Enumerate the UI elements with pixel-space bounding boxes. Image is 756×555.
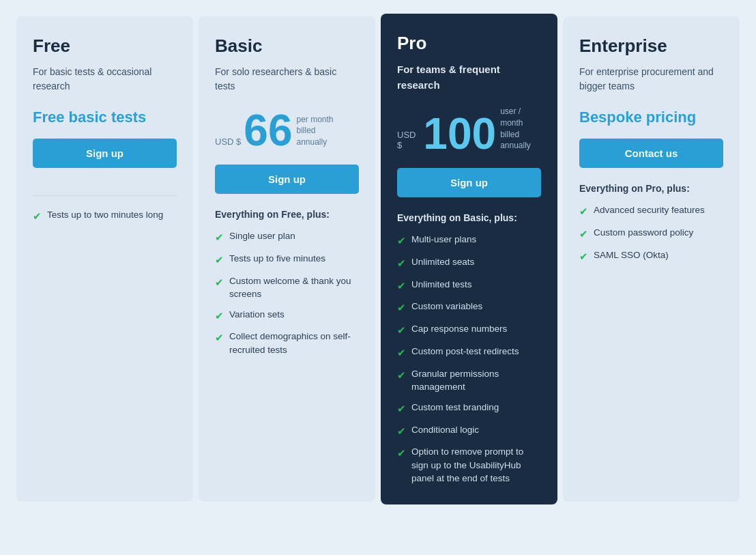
price-period-basic: per monthbilledannually — [296, 114, 333, 152]
price-area-basic: USD $ 66 per monthbilledannually — [215, 109, 359, 152]
check-icon: ✔ — [579, 227, 588, 242]
check-icon: ✔ — [397, 345, 406, 360]
check-icon: ✔ — [397, 256, 406, 271]
pricing-container: Free For basic tests & occasional resear… — [14, 14, 742, 504]
plan-title-pro: Pro — [397, 33, 541, 54]
list-item: ✔ Custom post-test redirects — [397, 345, 541, 360]
feature-list-basic: ✔ Single user plan ✔ Tests up to five mi… — [215, 229, 359, 357]
feature-text: Advanced security features — [594, 203, 705, 217]
list-item: ✔ Custom test branding — [397, 401, 541, 416]
feature-text: Collect demographics on self-recruited t… — [229, 330, 359, 356]
list-item: ✔ Multi-user plans — [397, 233, 541, 248]
check-icon: ✔ — [215, 230, 224, 245]
feature-text: Option to remove prompt to sign up to th… — [411, 445, 541, 485]
feature-text: Custom post-test redirects — [411, 345, 519, 358]
list-item: ✔ Unlimited tests — [397, 278, 541, 294]
feature-text: Unlimited seats — [411, 255, 474, 269]
feature-text: Unlimited tests — [411, 278, 472, 291]
plan-card-free: Free For basic tests & occasional resear… — [16, 16, 193, 502]
feature-text: SAML SSO (Okta) — [594, 248, 669, 262]
check-icon: ✔ — [397, 368, 406, 383]
check-icon: ✔ — [33, 209, 42, 224]
plan-subtitle-basic: For solo researchers & basic tests — [215, 65, 359, 98]
plan-title-basic: Basic — [215, 35, 359, 57]
list-item: ✔ Custom welcome & thank you screens — [215, 274, 359, 301]
divider-free — [33, 195, 177, 196]
list-item: ✔ Tests up to five minutes — [215, 252, 359, 268]
list-item: ✔ Tests up to two minutes long — [33, 208, 177, 224]
price-prefix-pro: USD $ — [397, 130, 420, 156]
list-item: ✔ Granular permissions management — [397, 367, 541, 394]
check-icon: ✔ — [397, 401, 406, 416]
list-item: ✔ Option to remove prompt to sign up to … — [397, 445, 541, 485]
check-icon: ✔ — [397, 446, 406, 461]
check-icon: ✔ — [579, 249, 588, 264]
feature-list-enterprise: ✔ Advanced security features ✔ Custom pa… — [579, 203, 723, 264]
plan-subtitle-enterprise: For enterprise procurement and bigger te… — [579, 65, 723, 98]
check-icon: ✔ — [579, 204, 588, 219]
feature-text: Custom test branding — [411, 401, 499, 414]
price-amount-pro: 100 — [423, 112, 496, 156]
plan-subtitle-pro: For teams & frequent research — [397, 62, 541, 95]
feature-text: Custom welcome & thank you screens — [229, 274, 359, 301]
check-icon: ✔ — [215, 253, 224, 268]
check-icon: ✔ — [397, 233, 406, 248]
plan-title-enterprise: Enterprise — [579, 35, 723, 57]
feature-text: Conditional logic — [411, 423, 479, 437]
feature-text: Custom variables — [411, 300, 482, 313]
feature-text: Tests up to two minutes long — [47, 208, 163, 222]
feature-list-free: ✔ Tests up to two minutes long — [33, 208, 177, 224]
price-amount-basic: 66 — [244, 109, 292, 152]
price-prefix-basic: USD $ — [215, 137, 241, 152]
list-item: ✔ Unlimited seats — [397, 255, 541, 271]
check-icon: ✔ — [397, 279, 406, 294]
list-item: ✔ Collect demographics on self-recruited… — [215, 330, 359, 356]
feature-list-pro: ✔ Multi-user plans ✔ Unlimited seats ✔ U… — [397, 233, 541, 485]
feature-text: Cap response numbers — [411, 322, 507, 336]
feature-text: Tests up to five minutes — [229, 252, 325, 266]
feature-text: Variation sets — [229, 308, 285, 322]
list-item: ✔ Custom variables — [397, 300, 541, 315]
check-icon: ✔ — [397, 300, 406, 315]
check-icon: ✔ — [215, 330, 224, 345]
list-item: ✔ Variation sets — [215, 308, 359, 324]
features-heading-basic: Everything on Free, plus: — [215, 209, 359, 220]
check-icon: ✔ — [215, 309, 224, 324]
check-icon: ✔ — [397, 424, 406, 439]
list-item: ✔ Single user plan — [215, 229, 359, 245]
feature-text: Granular permissions management — [411, 367, 541, 394]
signup-button-basic[interactable]: Sign up — [215, 165, 359, 194]
list-item: ✔ Cap response numbers — [397, 322, 541, 338]
signup-button-pro[interactable]: Sign up — [397, 168, 541, 197]
plan-card-basic: Basic For solo researchers & basic tests… — [199, 16, 375, 502]
plan-subtitle-free: For basic tests & occasional research — [33, 65, 177, 98]
feature-text: Multi-user plans — [411, 233, 476, 246]
price-area-pro: USD $ 100 user / monthbilledannually — [397, 106, 541, 156]
list-item: ✔ Conditional logic — [397, 423, 541, 439]
features-heading-pro: Everything on Basic, plus: — [397, 212, 541, 223]
feature-text: Custom password policy — [594, 226, 693, 240]
list-item: ✔ Custom password policy — [579, 226, 723, 242]
signup-button-free[interactable]: Sign up — [33, 139, 177, 168]
price-free: Free basic tests — [33, 109, 177, 126]
plan-title-free: Free — [33, 35, 177, 57]
list-item: ✔ SAML SSO (Okta) — [579, 248, 723, 264]
plan-card-enterprise: Enterprise For enterprise procurement an… — [563, 16, 740, 502]
price-period-pro: user / monthbilledannually — [500, 106, 541, 156]
plan-card-pro: Pro For teams & frequent research USD $ … — [381, 14, 557, 504]
features-heading-enterprise: Everything on Pro, plus: — [579, 183, 723, 194]
check-icon: ✔ — [215, 275, 224, 290]
check-icon: ✔ — [397, 323, 406, 338]
contact-button-enterprise[interactable]: Contact us — [579, 139, 723, 168]
list-item: ✔ Advanced security features — [579, 203, 723, 219]
price-bespoke: Bespoke pricing — [579, 109, 723, 126]
feature-text: Single user plan — [229, 229, 295, 243]
